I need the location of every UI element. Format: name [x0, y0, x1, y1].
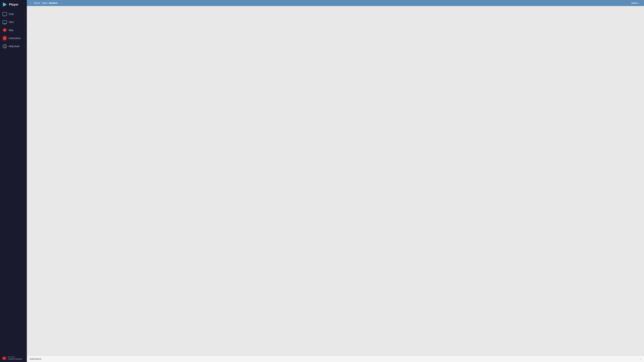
main-content	[27, 6, 644, 356]
sidebar-item-chat[interactable]: Chat ›	[0, 10, 27, 18]
chevron-right-icon: ›	[24, 21, 24, 23]
helpdesk-icon: 🎧	[2, 44, 7, 49]
sidebar-item-instructions[interactable]: PDF Instructions ›	[0, 34, 27, 42]
sidebar-header: Player	[0, 0, 27, 9]
sidebar-item-map-label: Map	[9, 29, 22, 31]
notifications-bar[interactable]: Notifications ⌄	[27, 356, 644, 362]
sidebar-item-helpdesk-label: Help Desk	[9, 45, 22, 48]
svg-text:C: C	[4, 358, 5, 359]
chevron-right-icon: ›	[24, 45, 24, 47]
team-dropdown-button[interactable]: ⌄	[60, 1, 63, 4]
sidebar-footer: C Part of the Crucible Framework	[0, 354, 27, 362]
instructions-icon: PDF	[2, 36, 7, 40]
sidebar-nav: Chat › VM's › C Map › PDF	[0, 9, 27, 354]
svg-marker-0	[3, 2, 7, 6]
sidebar-item-chat-label: Chat	[9, 13, 22, 15]
admin-menu-button[interactable]: Admin ⌄	[630, 1, 642, 5]
vms-icon	[2, 20, 7, 24]
app-title: Player	[9, 3, 18, 6]
team-label: Team: Student	[42, 2, 58, 4]
chevron-right-icon: ›	[24, 13, 24, 15]
chevron-right-icon: ›	[24, 29, 24, 31]
scenario-title: Demo	[34, 2, 40, 4]
map-icon: C	[2, 28, 7, 32]
team-name: Student	[49, 2, 58, 4]
app-logo-icon	[2, 2, 8, 7]
topbar: ‹ Demo Team: Student ⌄ Admin ⌄	[27, 0, 644, 6]
sidebar-item-instructions-label: Instructions	[9, 37, 22, 39]
notifications-label: Notifications	[30, 358, 639, 360]
footer-text: Part of the Crucible Framework	[8, 356, 22, 360]
chevron-right-icon: ›	[24, 37, 24, 39]
chat-icon	[2, 12, 7, 16]
sidebar-item-map[interactable]: C Map ›	[0, 26, 27, 34]
notifications-chevron-icon: ⌄	[639, 358, 641, 360]
sidebar-item-helpdesk[interactable]: 🎧 Help Desk ›	[0, 42, 27, 50]
sidebar-item-vms[interactable]: VM's ›	[0, 18, 27, 26]
crucible-logo-icon: C	[2, 356, 6, 360]
sidebar-item-vms-label: VM's	[9, 21, 22, 23]
main-area: ‹ Demo Team: Student ⌄ Admin ⌄ Notificat…	[27, 0, 644, 362]
back-button[interactable]: ‹	[29, 1, 32, 5]
sidebar: Player Chat › VM's › C Map	[0, 0, 27, 362]
